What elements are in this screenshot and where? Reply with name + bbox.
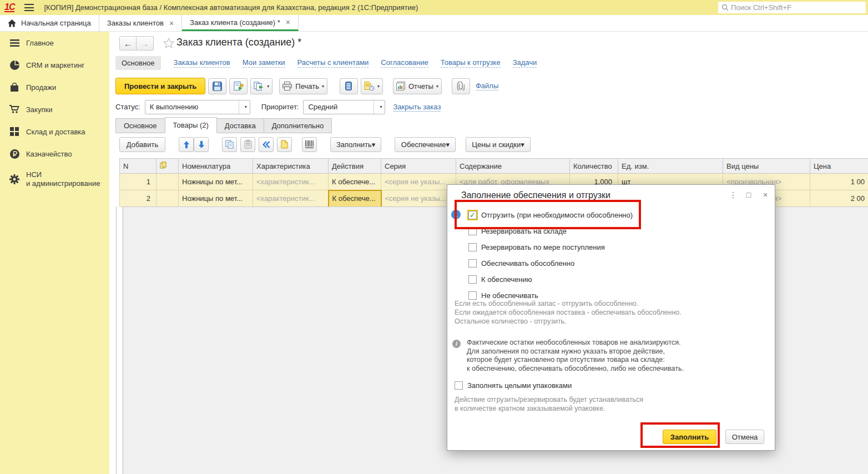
checkbox-icon[interactable]	[468, 227, 477, 235]
tab-orders-list[interactable]: Заказы клиентов ×	[99, 15, 182, 31]
checkbox-icon[interactable]	[468, 259, 477, 268]
col-price-kind[interactable]: Вид цены	[723, 159, 810, 174]
back-button[interactable]: ←	[119, 36, 137, 51]
move-up-button[interactable]	[179, 137, 194, 152]
tab-goods[interactable]: Товары (2)	[165, 117, 217, 133]
post-and-close-button[interactable]: Провести и закрыть	[115, 78, 205, 94]
checkbox-ship[interactable]: ✓ Отгрузить (при необходимости обособлен…	[468, 209, 633, 221]
attach-button[interactable]	[452, 78, 470, 94]
show-document-button[interactable]	[277, 137, 292, 152]
checkbox-icon[interactable]	[455, 381, 463, 390]
sidebar-item-treasury[interactable]: Казначейство	[0, 143, 109, 165]
cell-price[interactable]: 1 00	[810, 174, 868, 190]
navlink-my-notes[interactable]: Мои заметки	[243, 58, 285, 68]
checkbox-whole-packs[interactable]: Заполнять целыми упаковками	[455, 379, 572, 391]
cell-nomenclature[interactable]: Ножницы по мет...	[179, 190, 253, 207]
col-price[interactable]: Цена	[810, 159, 868, 174]
checkbox-label: Резервировать на складе	[481, 227, 567, 235]
cell-series[interactable]: <серия не указы...	[381, 190, 456, 207]
cell-n[interactable]: 2	[120, 190, 157, 207]
cell-action[interactable]: К обеспече...	[329, 174, 381, 190]
checkbox-icon[interactable]	[468, 275, 477, 284]
sidebar-item-purchases[interactable]: Закупки	[0, 98, 109, 120]
barcode-scan-button[interactable]	[302, 137, 317, 152]
cell-n[interactable]: 1	[120, 174, 157, 190]
cancel-button[interactable]: Отмена	[725, 430, 764, 444]
cell-attachment[interactable]	[157, 174, 179, 190]
sidebar-item-nsi-admin[interactable]: НСИи администрирование	[0, 165, 109, 194]
checkbox-icon[interactable]	[468, 291, 477, 300]
fill-menu-button[interactable]: Заполнить▾	[330, 137, 381, 152]
close-icon[interactable]: ×	[760, 189, 771, 200]
maximize-icon[interactable]: □	[743, 189, 754, 200]
close-icon[interactable]: ×	[286, 18, 290, 27]
cell-price[interactable]: 2 00	[810, 190, 868, 207]
cell-series[interactable]: <серия не указы...	[381, 174, 456, 190]
navlink-tasks[interactable]: Задачи	[513, 58, 537, 68]
col-attachment[interactable]	[157, 159, 179, 174]
more-menu-icon[interactable]: ⋮	[728, 189, 739, 200]
post-button[interactable]	[229, 78, 248, 94]
checkbox-reserve-warehouse[interactable]: Резервировать на складе	[468, 225, 567, 237]
cell-characteristic[interactable]: <характеристик...	[253, 174, 329, 190]
tab-additional[interactable]: Дополнительно	[264, 118, 332, 133]
checkbox-icon[interactable]: ✓	[468, 211, 477, 219]
prices-menu-button[interactable]: Цены и скидки▾	[466, 137, 530, 152]
navlink-main[interactable]: Основное	[115, 56, 161, 70]
col-quantity[interactable]: Количество	[570, 159, 618, 174]
paste-rows-button[interactable]	[240, 137, 255, 152]
col-unit[interactable]: Ед. изм.	[618, 159, 723, 174]
favorite-star-icon[interactable]	[163, 38, 174, 48]
priority-select[interactable]: Средний ▾	[303, 100, 385, 114]
structure-button[interactable]	[340, 78, 358, 94]
close-order-link[interactable]: Закрыть заказ	[393, 103, 441, 112]
checkbox-reserve-on-receipt[interactable]: Резервировать по мере поступления	[468, 241, 605, 253]
navlink-settlements[interactable]: Расчеты с клиентами	[297, 58, 369, 68]
global-search-input[interactable]: Поиск Ctrl+Shift+F	[718, 2, 866, 13]
col-characteristic[interactable]: Характеристика	[253, 159, 329, 174]
sidebar-item-crm[interactable]: CRM и маркетинг	[0, 54, 109, 76]
sidebar-item-warehouse[interactable]: Склад и доставка	[0, 120, 109, 143]
move-down-button[interactable]	[194, 137, 209, 152]
cell-attachment[interactable]	[157, 190, 179, 207]
sidebar-item-main[interactable]: Главное	[0, 32, 109, 54]
cell-nomenclature[interactable]: Ножницы по мет...	[179, 174, 253, 190]
create-based-on-button[interactable]: ▾	[250, 78, 272, 94]
tasks-history-button[interactable]: ▾	[361, 78, 383, 94]
forward-button[interactable]: →	[137, 36, 154, 51]
copy-rows-button[interactable]	[222, 137, 237, 152]
navlink-customer-orders[interactable]: Заказы клиентов	[174, 58, 230, 68]
col-series[interactable]: Серия	[381, 159, 456, 174]
col-actions[interactable]: Действия	[329, 159, 381, 174]
col-content[interactable]: Содержание	[456, 159, 570, 174]
add-row-button[interactable]: Добавить	[119, 137, 165, 152]
main-menu-icon[interactable]	[24, 4, 34, 11]
tab-order-create[interactable]: Заказ клиента (создание) * ×	[182, 15, 299, 31]
document-clock-icon	[364, 82, 375, 91]
reports-button[interactable]: Отчеты ▾	[393, 78, 442, 94]
checkbox-icon[interactable]	[468, 243, 477, 251]
share-button[interactable]	[259, 137, 274, 152]
close-icon[interactable]: ×	[169, 19, 174, 28]
paperclip-icon	[457, 82, 465, 90]
tab-orders-list-label: Заказы клиентов	[107, 19, 164, 27]
checkbox-to-provision[interactable]: К обеспечению	[468, 273, 532, 285]
navlink-approval[interactable]: Согласование	[381, 58, 428, 68]
cell-action-selected[interactable]: К обеспече...	[329, 190, 381, 207]
supply-menu-button[interactable]: Обеспечение▾	[395, 137, 456, 152]
tab-delivery[interactable]: Доставка	[217, 118, 264, 133]
navlink-goods-to-ship[interactable]: Товары к отгрузке	[441, 58, 501, 68]
print-button[interactable]: Печать ▾	[279, 78, 327, 94]
col-n[interactable]: N	[120, 159, 157, 174]
sidebar-item-sales[interactable]: Продажи	[0, 76, 109, 98]
col-nomenclature[interactable]: Номенклатура	[179, 159, 253, 174]
checkbox-provide-separately[interactable]: Обеспечивать обособленно	[468, 257, 574, 269]
fill-button[interactable]: Заполнить	[663, 430, 716, 444]
save-button[interactable]	[208, 78, 226, 94]
files-link[interactable]: Файлы	[476, 82, 498, 90]
status-select[interactable]: К выполнению ▾	[145, 100, 250, 114]
tab-main[interactable]: Основное	[115, 118, 165, 133]
grid-icon	[9, 126, 20, 137]
cell-characteristic[interactable]: <характеристик...	[253, 190, 329, 207]
tab-home[interactable]: Начальная страница	[0, 15, 99, 31]
